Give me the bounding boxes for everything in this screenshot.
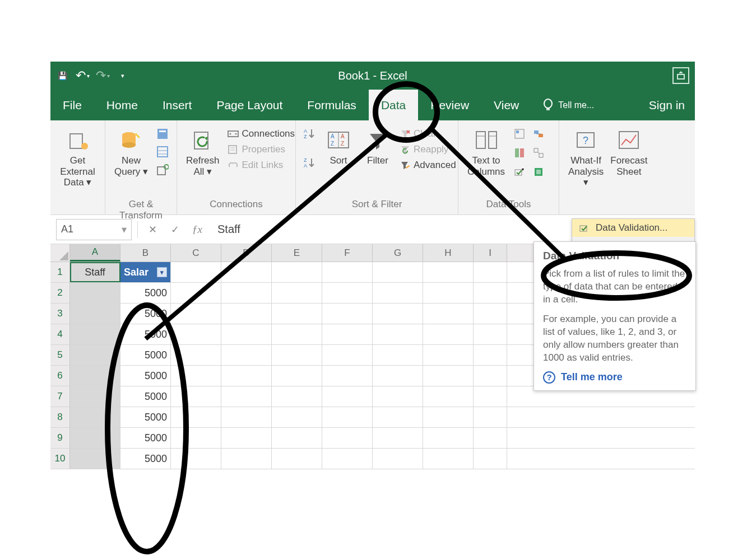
- cell[interactable]: [423, 283, 474, 303]
- what-if-button[interactable]: ? What-IfAnalysis ▾: [565, 124, 607, 190]
- new-query-button[interactable]: NewQuery ▾: [111, 124, 151, 179]
- col-header-F[interactable]: F: [322, 244, 373, 262]
- tab-insert[interactable]: Insert: [150, 90, 205, 120]
- cell[interactable]: [171, 304, 221, 324]
- row-header[interactable]: 4: [50, 324, 70, 344]
- tab-view[interactable]: View: [481, 90, 531, 120]
- sort-asc-icon[interactable]: AZ: [301, 126, 317, 142]
- cell[interactable]: [70, 449, 120, 469]
- cell[interactable]: Staff: [70, 262, 120, 282]
- cell[interactable]: [272, 324, 322, 344]
- cell[interactable]: Salar▾: [120, 262, 171, 282]
- col-header-A[interactable]: A: [70, 244, 120, 262]
- cell[interactable]: [423, 262, 474, 282]
- cell[interactable]: [322, 262, 373, 282]
- consolidate-icon[interactable]: [531, 126, 546, 142]
- col-header-B[interactable]: B: [120, 244, 171, 262]
- col-header-C[interactable]: C: [171, 244, 221, 262]
- cell[interactable]: [70, 283, 120, 303]
- cell[interactable]: [171, 283, 221, 303]
- cell[interactable]: [423, 428, 474, 448]
- cell[interactable]: [171, 345, 221, 365]
- cell[interactable]: [322, 324, 373, 344]
- remove-duplicates-icon[interactable]: [512, 145, 527, 161]
- from-table-icon[interactable]: [155, 144, 170, 160]
- row-header[interactable]: 9: [50, 428, 70, 448]
- cell[interactable]: [423, 366, 474, 386]
- cell[interactable]: [474, 304, 507, 324]
- cell[interactable]: [221, 304, 272, 324]
- cell[interactable]: 5000: [120, 407, 171, 427]
- tab-data[interactable]: Data: [369, 90, 418, 120]
- cell[interactable]: [322, 386, 373, 407]
- refresh-all-button[interactable]: RefreshAll ▾: [183, 124, 223, 179]
- cell[interactable]: [373, 386, 423, 407]
- cell[interactable]: [272, 428, 322, 448]
- manage-data-model-icon[interactable]: [531, 164, 546, 180]
- sign-in-link[interactable]: Sign in: [649, 90, 685, 120]
- cell[interactable]: [474, 428, 507, 448]
- tell-me-more-link[interactable]: ? Tell me more: [543, 371, 686, 384]
- row-header[interactable]: 6: [50, 366, 70, 386]
- cell[interactable]: [70, 345, 120, 365]
- cell[interactable]: [373, 345, 423, 365]
- cell[interactable]: [474, 262, 507, 282]
- cell[interactable]: [171, 262, 221, 282]
- cell[interactable]: [474, 283, 507, 303]
- data-validation-icon[interactable]: ▾: [512, 164, 527, 180]
- connections-button[interactable]: Connections: [228, 127, 295, 141]
- undo-icon[interactable]: ↶▾: [74, 67, 91, 84]
- filter-dropdown-icon[interactable]: ▾: [157, 267, 167, 277]
- edit-links-button[interactable]: Edit Links: [228, 158, 295, 172]
- cell[interactable]: [171, 324, 221, 344]
- clear-filter-button[interactable]: Clear: [400, 127, 456, 141]
- cell[interactable]: [221, 386, 272, 407]
- cell[interactable]: [70, 366, 120, 386]
- tab-review[interactable]: Review: [418, 90, 481, 120]
- cell[interactable]: [423, 324, 474, 344]
- cell[interactable]: [70, 324, 120, 344]
- cell[interactable]: 5000: [120, 324, 171, 344]
- cell[interactable]: [272, 386, 322, 407]
- tab-home[interactable]: Home: [94, 90, 150, 120]
- show-queries-icon[interactable]: [155, 126, 170, 142]
- cell[interactable]: [474, 407, 507, 427]
- relationships-icon[interactable]: [531, 145, 546, 161]
- cell[interactable]: [221, 407, 272, 427]
- cell[interactable]: 5000: [120, 304, 171, 324]
- cell[interactable]: [221, 428, 272, 448]
- cell[interactable]: 5000: [120, 283, 171, 303]
- cell[interactable]: [423, 386, 474, 407]
- cell[interactable]: [474, 324, 507, 344]
- tab-page-layout[interactable]: Page Layout: [204, 90, 295, 120]
- row-header[interactable]: 5: [50, 345, 70, 365]
- cell[interactable]: [171, 366, 221, 386]
- row-header[interactable]: 7: [50, 386, 70, 407]
- cell[interactable]: [221, 324, 272, 344]
- cell[interactable]: [70, 386, 120, 407]
- col-header-H[interactable]: H: [423, 244, 474, 262]
- cell[interactable]: [221, 449, 272, 469]
- cell[interactable]: [373, 366, 423, 386]
- cell[interactable]: [272, 262, 322, 282]
- cell[interactable]: [373, 407, 423, 427]
- filter-button[interactable]: Filter: [360, 124, 396, 169]
- col-header-D[interactable]: D: [221, 244, 272, 262]
- cell[interactable]: [373, 428, 423, 448]
- name-box-dropdown-icon[interactable]: ▾: [122, 223, 127, 236]
- cell[interactable]: [171, 428, 221, 448]
- tell-me-search[interactable]: Tell me...: [531, 90, 594, 120]
- name-box[interactable]: A1 ▾: [56, 219, 132, 240]
- cell[interactable]: 5000: [120, 345, 171, 365]
- cell[interactable]: [70, 407, 120, 427]
- cell[interactable]: [272, 283, 322, 303]
- cell[interactable]: 5000: [120, 428, 171, 448]
- cell[interactable]: [70, 304, 120, 324]
- cell[interactable]: [322, 304, 373, 324]
- cell[interactable]: [423, 304, 474, 324]
- sort-button[interactable]: AZAZ Sort: [321, 124, 356, 169]
- cell[interactable]: [373, 304, 423, 324]
- cell[interactable]: 5000: [120, 386, 171, 407]
- forecast-sheet-button[interactable]: ForecastSheet: [607, 124, 651, 179]
- cell[interactable]: [423, 449, 474, 469]
